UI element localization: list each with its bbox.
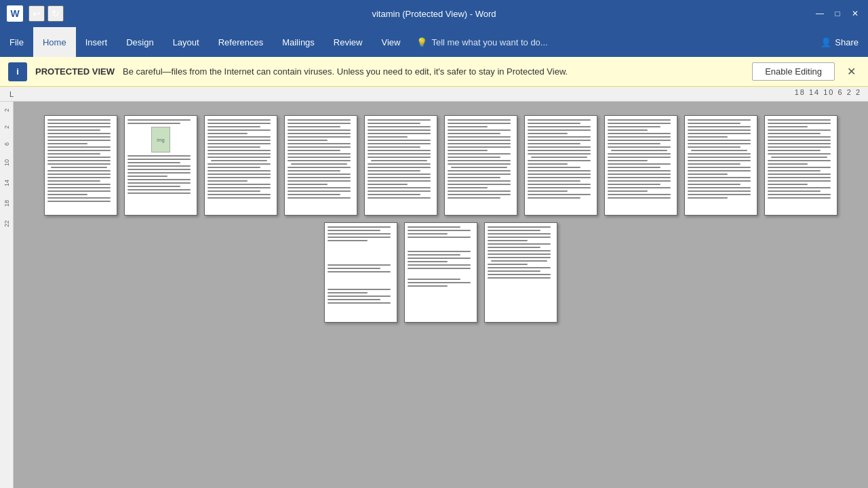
tab-file[interactable]: File bbox=[0, 27, 33, 57]
window-controls: — □ ✕ bbox=[814, 7, 861, 20]
title-bar-right: — □ ✕ bbox=[814, 7, 861, 20]
protected-icon: i bbox=[8, 62, 27, 81]
tab-review[interactable]: Review bbox=[324, 27, 372, 57]
left-ruler: 2 2 6 10 14 18 22 bbox=[0, 102, 14, 488]
page-row-2 bbox=[324, 222, 557, 323]
page-4 bbox=[284, 115, 357, 216]
page-row-1: img bbox=[44, 115, 837, 216]
tab-design[interactable]: Design bbox=[117, 27, 163, 57]
page-10 bbox=[764, 115, 837, 216]
share-icon: 👤 bbox=[821, 37, 831, 47]
document-area: img bbox=[14, 102, 868, 488]
search-icon: 💡 bbox=[416, 37, 427, 47]
undo-redo-group: ↩ ↻ bbox=[28, 5, 64, 22]
page-11 bbox=[324, 222, 397, 323]
page-5 bbox=[364, 115, 437, 216]
page-3 bbox=[204, 115, 277, 216]
page-6 bbox=[444, 115, 517, 216]
enable-editing-button[interactable]: Enable Editing bbox=[752, 62, 835, 81]
protected-message: Be careful—files from the Internet can c… bbox=[123, 66, 744, 77]
minimize-button[interactable]: — bbox=[814, 7, 826, 20]
page-9 bbox=[684, 115, 757, 216]
tab-layout[interactable]: Layout bbox=[163, 27, 209, 57]
close-button[interactable]: ✕ bbox=[849, 7, 861, 20]
word-icon: W bbox=[7, 5, 23, 22]
maximize-button[interactable]: □ bbox=[831, 7, 844, 20]
search-placeholder: Tell me what you want to do... bbox=[431, 37, 547, 47]
page-2: img bbox=[124, 115, 197, 216]
tab-view[interactable]: View bbox=[372, 27, 410, 57]
redo-button[interactable]: ↻ bbox=[47, 5, 64, 22]
share-button[interactable]: 👤 Share bbox=[811, 27, 868, 57]
ruler-num-14: 14 bbox=[3, 180, 10, 186]
ruler-num-6: 6 bbox=[3, 142, 10, 146]
title-bar: W ↩ ↻ vitamin (Protected View) - Word — … bbox=[0, 0, 868, 27]
page-13 bbox=[484, 222, 557, 323]
page-7 bbox=[524, 115, 597, 216]
title-bar-title: vitamin (Protected View) - Word bbox=[372, 9, 496, 19]
ruler-num-2a: 2 bbox=[3, 108, 10, 112]
protected-label: PROTECTED VIEW bbox=[35, 66, 115, 77]
main-area: 2 2 6 10 14 18 22 bbox=[0, 102, 868, 488]
tab-references[interactable]: References bbox=[209, 27, 273, 57]
page-8 bbox=[604, 115, 677, 216]
ruler-num-18: 18 bbox=[3, 200, 10, 207]
page-image: img bbox=[151, 127, 170, 152]
share-label: Share bbox=[835, 37, 859, 47]
tab-insert[interactable]: Insert bbox=[76, 27, 117, 57]
tab-mailings[interactable]: Mailings bbox=[273, 27, 324, 57]
ruler-numbers: 18 14 10 6 2 2 bbox=[795, 88, 861, 96]
protected-view-bar: i PROTECTED VIEW Be careful—files from t… bbox=[0, 57, 868, 87]
ribbon-search[interactable]: 💡 Tell me what you want to do... bbox=[410, 27, 811, 57]
undo-button[interactable]: ↩ bbox=[28, 5, 45, 22]
close-bar-button[interactable]: ✕ bbox=[843, 62, 860, 81]
tab-home[interactable]: Home bbox=[33, 27, 76, 57]
ribbon: File Home Insert Design Layout Reference… bbox=[0, 27, 868, 57]
title-bar-left: W ↩ ↻ bbox=[7, 5, 64, 22]
ruler-num-22: 22 bbox=[3, 220, 10, 227]
ruler-num-2b: 2 bbox=[3, 125, 10, 129]
ruler-num-10: 10 bbox=[3, 159, 10, 166]
page-12 bbox=[404, 222, 477, 323]
ruler: L 18 14 10 6 2 2 bbox=[0, 87, 868, 102]
page-1 bbox=[44, 115, 117, 216]
ruler-left-marker: L bbox=[9, 90, 14, 98]
